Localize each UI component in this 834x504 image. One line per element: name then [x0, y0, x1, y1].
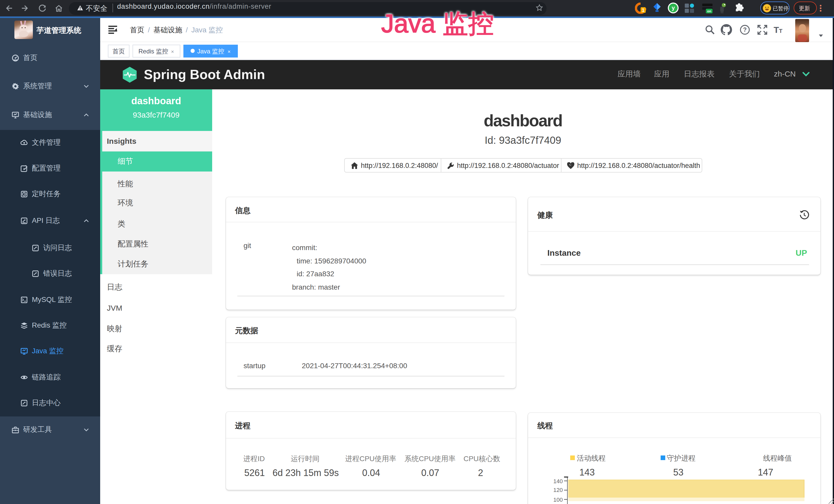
svg-text:?: ?: [743, 26, 746, 33]
svg-text:1: 1: [642, 8, 644, 13]
svg-text:on: on: [707, 9, 711, 13]
